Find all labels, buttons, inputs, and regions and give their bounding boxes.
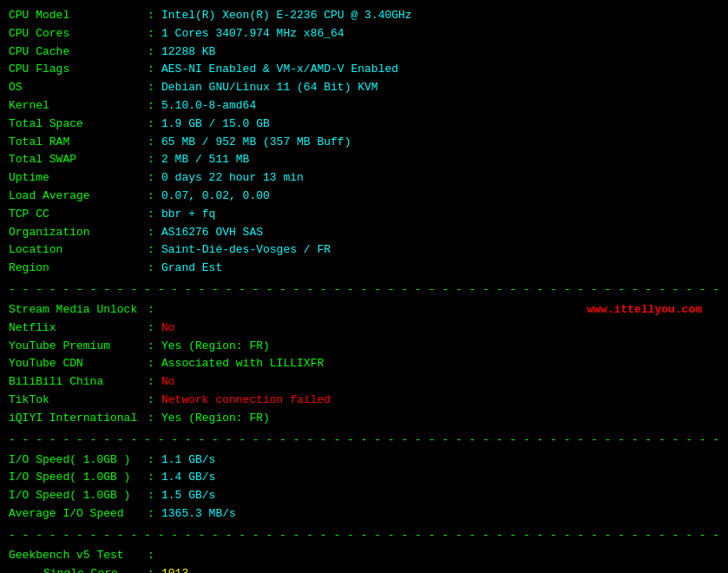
table-row: Netflix : No: [9, 319, 719, 338]
row-label: Average I/O Speed: [9, 505, 148, 524]
table-row: iQIYI International : Yes (Region: FR): [9, 410, 719, 428]
row-value: No: [161, 373, 175, 392]
row-label: YouTube CDN: [9, 355, 148, 373]
divider-2: - - - - - - - - - - - - - - - - - - - - …: [9, 433, 719, 446]
row-label: CPU Cache: [9, 43, 148, 62]
row-label: I/O Speed( 1.0GB ): [9, 487, 148, 505]
row-value: Saint-Dié-des-Vosges / FR: [161, 241, 331, 260]
row-value: 0 days 22 hour 13 min: [161, 169, 304, 188]
row-value: 2 MB / 511 MB: [161, 151, 249, 169]
row-label: Netflix: [9, 319, 148, 338]
row-value: 1.4 GB/s: [161, 469, 215, 487]
table-row: Total Space : 1.9 GB / 15.0 GB: [9, 115, 719, 134]
row-value: Network connection failed: [161, 392, 331, 410]
row-value: Associated with LILLIXFR: [161, 355, 324, 373]
media-section-title: Stream Media Unlock : www.ittellyou.com: [9, 301, 719, 319]
row-label: Organization: [9, 224, 148, 242]
row-label: Total SWAP: [9, 151, 148, 169]
table-row: I/O Speed( 1.0GB ) : 1.5 GB/s: [9, 487, 719, 505]
row-value: Intel(R) Xeon(R) E-2236 CPU @ 3.40GHz: [161, 7, 412, 25]
row-value: bbr + fq: [161, 206, 215, 224]
row-label: TikTok: [9, 392, 148, 410]
row-label: Uptime: [9, 169, 148, 188]
system-section: CPU Model : Intel(R) Xeon(R) E-2236 CPU …: [9, 7, 719, 278]
row-label: Total Space: [9, 115, 148, 134]
table-row: OS : Debian GNU/Linux 11 (64 Bit) KVM: [9, 79, 719, 97]
geekbench-label: Geekbench v5 Test: [9, 547, 148, 565]
row-label: iQIYI International: [9, 410, 148, 428]
io-section: I/O Speed( 1.0GB ) : 1.1 GB/s I/O Speed(…: [9, 451, 719, 524]
table-row: Total RAM : 65 MB / 952 MB (357 MB Buff): [9, 134, 719, 152]
media-section: Stream Media Unlock : www.ittellyou.com …: [9, 301, 719, 428]
row-label: CPU Flags: [9, 61, 148, 79]
table-row: I/O Speed( 1.0GB ) : 1.1 GB/s: [9, 451, 719, 470]
table-row: Average I/O Speed : 1365.3 MB/s: [9, 505, 719, 524]
table-row: CPU Cache : 12288 KB: [9, 43, 719, 62]
divider-3: - - - - - - - - - - - - - - - - - - - - …: [9, 529, 719, 542]
row-value: 1 Cores 3407.974 MHz x86_64: [161, 25, 344, 43]
row-label: Load Average: [9, 188, 148, 206]
row-value: 1013: [161, 565, 188, 573]
row-value: Grand Est: [161, 260, 222, 278]
table-row: BiliBili China : No: [9, 373, 719, 392]
table-row: YouTube Premium : Yes (Region: FR): [9, 338, 719, 356]
row-value: AS16276 OVH SAS: [161, 224, 263, 242]
row-label: TCP CC: [9, 206, 148, 224]
row-value: 1365.3 MB/s: [161, 505, 236, 524]
row-label: Kernel: [9, 97, 148, 115]
table-row: CPU Cores : 1 Cores 3407.974 MHz x86_64: [9, 25, 719, 43]
row-value: No: [161, 319, 175, 338]
geekbench-section: Geekbench v5 Test : Single Core : 1013 M…: [9, 547, 719, 573]
row-value: 1.1 GB/s: [161, 451, 215, 470]
row-value: 12288 KB: [161, 43, 215, 62]
table-row: TCP CC : bbr + fq: [9, 206, 719, 224]
table-row: Organization : AS16276 OVH SAS: [9, 224, 719, 242]
row-label: Location: [9, 241, 148, 260]
divider-1: - - - - - - - - - - - - - - - - - - - - …: [9, 283, 719, 296]
row-value: Yes (Region: FR): [161, 410, 270, 428]
table-row: Single Core : 1013: [9, 565, 719, 573]
row-label: Total RAM: [9, 134, 148, 152]
watermark: www.ittellyou.com: [587, 301, 702, 319]
table-row: Location : Saint-Dié-des-Vosges / FR: [9, 241, 719, 260]
table-row: Region : Grand Est: [9, 260, 719, 278]
table-row: Kernel : 5.10.0-8-amd64: [9, 97, 719, 115]
table-row: Total SWAP : 2 MB / 511 MB: [9, 151, 719, 169]
row-label: OS: [9, 79, 148, 97]
row-value: 5.10.0-8-amd64: [161, 97, 256, 115]
row-value: 1.9 GB / 15.0 GB: [161, 115, 270, 134]
row-label: I/O Speed( 1.0GB ): [9, 451, 148, 470]
row-label: CPU Model: [9, 7, 148, 25]
table-row: YouTube CDN : Associated with LILLIXFR: [9, 355, 719, 373]
row-value: AES-NI Enabled & VM-x/AMD-V Enabled: [161, 61, 398, 79]
row-value: 65 MB / 952 MB (357 MB Buff): [161, 134, 351, 152]
table-row: Uptime : 0 days 22 hour 13 min: [9, 169, 719, 188]
table-row: I/O Speed( 1.0GB ) : 1.4 GB/s: [9, 469, 719, 487]
row-value: 1.5 GB/s: [161, 487, 215, 505]
table-row: CPU Flags : AES-NI Enabled & VM-x/AMD-V …: [9, 61, 719, 79]
row-label: Region: [9, 260, 148, 278]
row-label: CPU Cores: [9, 25, 148, 43]
row-value: Debian GNU/Linux 11 (64 Bit) KVM: [161, 79, 378, 97]
geekbench-title-row: Geekbench v5 Test :: [9, 547, 719, 565]
table-row: CPU Model : Intel(R) Xeon(R) E-2236 CPU …: [9, 7, 719, 25]
row-value: Yes (Region: FR): [161, 338, 270, 356]
row-label: BiliBili China: [9, 373, 148, 392]
media-label: Stream Media Unlock: [9, 301, 148, 319]
row-value: 0.07, 0.02, 0.00: [161, 188, 270, 206]
row-label: Single Core: [9, 565, 148, 573]
table-row: Load Average : 0.07, 0.02, 0.00: [9, 188, 719, 206]
row-label: I/O Speed( 1.0GB ): [9, 469, 148, 487]
table-row: TikTok : Network connection failed: [9, 392, 719, 410]
row-label: YouTube Premium: [9, 338, 148, 356]
